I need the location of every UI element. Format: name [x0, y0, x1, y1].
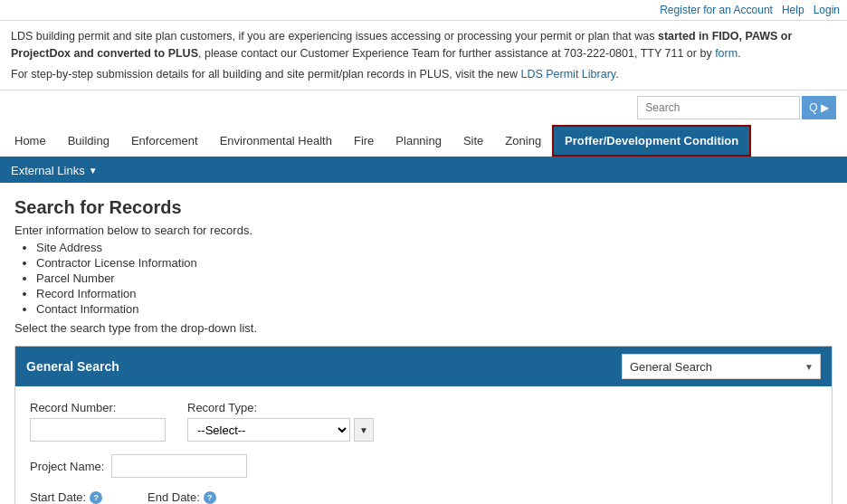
- form-row-record: Record Number: Record Type: --Select-- ▼: [30, 401, 817, 442]
- record-number-input[interactable]: [30, 418, 166, 442]
- project-name-label: Project Name:: [30, 460, 104, 473]
- lds-permit-library-link[interactable]: LDS Permit Library: [520, 68, 615, 81]
- nav-item-site[interactable]: Site: [452, 127, 494, 155]
- start-date-info-icon[interactable]: ?: [90, 491, 102, 504]
- nav-menu: Home Building Enforcement Environmental …: [0, 125, 847, 158]
- top-bar: Register for an Account Help Login: [0, 0, 847, 21]
- search-button[interactable]: Q ▶: [802, 96, 836, 119]
- register-link[interactable]: Register for an Account: [660, 4, 773, 16]
- end-date-group: End Date: ? 01/05/2024 📅: [148, 490, 251, 504]
- intro-text: Enter information below to search for re…: [14, 223, 833, 237]
- external-links-bar[interactable]: External Links ▼: [0, 158, 847, 183]
- nav-item-proffer[interactable]: Proffer/Development Condition: [552, 125, 751, 157]
- form-link[interactable]: form: [715, 47, 738, 60]
- record-type-label: Record Type:: [187, 401, 374, 414]
- record-number-label: Record Number:: [30, 401, 166, 414]
- start-date-label-wrap: Start Date: ?: [30, 490, 133, 504]
- nav-item-zoning[interactable]: Zoning: [494, 127, 552, 155]
- login-link[interactable]: Login: [814, 4, 840, 16]
- page-title: Search for Records: [14, 197, 833, 218]
- notice-text-2: , please contact our Customer Experience…: [198, 47, 715, 60]
- general-search-section: General Search General Search Record Num…: [14, 346, 833, 504]
- search-type-dropdown[interactable]: General Search: [622, 354, 821, 379]
- search-type-dropdown-wrap[interactable]: General Search: [622, 354, 821, 379]
- end-date-label: End Date:: [148, 490, 200, 504]
- list-item-record: Record Information: [36, 287, 833, 300]
- record-type-select[interactable]: --Select--: [187, 418, 350, 442]
- nav-item-environmental-health[interactable]: Environmental Health: [209, 127, 343, 155]
- help-link[interactable]: Help: [782, 4, 804, 16]
- end-date-info-icon[interactable]: ?: [204, 491, 216, 504]
- record-type-group: Record Type: --Select-- ▼: [187, 401, 374, 442]
- search-section-header: General Search General Search: [15, 347, 832, 386]
- project-name-row: Project Name:: [30, 454, 817, 478]
- notice-banner: LDS building permit and site plan custom…: [0, 21, 847, 90]
- search-input[interactable]: [637, 96, 800, 119]
- list-item-site-address: Site Address: [36, 241, 833, 254]
- record-number-group: Record Number:: [30, 401, 166, 442]
- record-type-wrap: --Select-- ▼: [187, 418, 374, 442]
- record-type-dropdown-btn[interactable]: ▼: [354, 418, 374, 442]
- start-date-label: Start Date:: [30, 490, 86, 504]
- notice-text-1: LDS building permit and site plan custom…: [11, 30, 658, 43]
- nav-item-fire[interactable]: Fire: [343, 127, 385, 155]
- project-name-input[interactable]: [111, 454, 247, 478]
- list-item-contractor: Contractor License Information: [36, 256, 833, 270]
- external-links-arrow: ▼: [89, 166, 98, 176]
- list-item-contact: Contact Information: [36, 302, 833, 316]
- search-section-title: General Search: [26, 359, 119, 374]
- nav-item-planning[interactable]: Planning: [385, 127, 452, 155]
- search-form: Record Number: Record Type: --Select-- ▼…: [15, 386, 832, 504]
- end-date-label-wrap: End Date: ?: [148, 490, 251, 504]
- notice-text-3: For step-by-step submission details for …: [11, 68, 520, 81]
- nav-item-building[interactable]: Building: [57, 127, 120, 155]
- start-date-group: Start Date: ? 01/30/1924 📅: [30, 490, 133, 504]
- search-bar: Q ▶: [0, 90, 847, 125]
- date-row: Start Date: ? 01/30/1924 📅 End Date: ? 0…: [30, 490, 817, 504]
- list-item-parcel: Parcel Number: [36, 271, 833, 285]
- nav-item-home[interactable]: Home: [4, 127, 57, 155]
- search-type-list: Site Address Contractor License Informat…: [36, 241, 833, 316]
- nav-item-enforcement[interactable]: Enforcement: [120, 127, 209, 155]
- select-hint: Select the search type from the drop-dow…: [14, 321, 833, 335]
- main-content: Search for Records Enter information bel…: [0, 183, 847, 504]
- external-links-label: External Links: [11, 164, 85, 177]
